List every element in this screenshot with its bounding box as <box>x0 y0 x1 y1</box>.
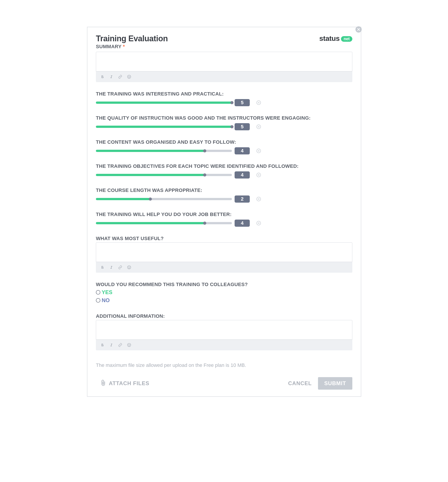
emoji-button[interactable] <box>127 265 132 270</box>
rating-label: THE CONTENT WAS ORGANISED AND EASY TO FO… <box>96 139 352 145</box>
rating-value-badge: 4 <box>235 220 250 227</box>
svg-point-0 <box>127 75 131 79</box>
recommend-radio-group: YES NO <box>96 288 352 304</box>
rating-row: 4 <box>96 220 352 227</box>
bold-button[interactable] <box>100 74 105 79</box>
rating-block: THE TRAINING WAS INTERESTING AND PRACTIC… <box>96 91 352 106</box>
rating-block: THE CONTENT WAS ORGANISED AND EASY TO FO… <box>96 139 352 154</box>
rating-slider[interactable] <box>96 198 232 200</box>
recommend-no[interactable]: NO <box>96 296 352 304</box>
rating-row: 2 <box>96 195 352 203</box>
slider-handle[interactable] <box>230 101 234 104</box>
svg-point-7 <box>128 345 129 345</box>
page-title: Training Evaluation <box>96 34 168 43</box>
footer-actions: CANCEL SUBMIT <box>288 377 352 390</box>
italic-button[interactable] <box>109 265 114 270</box>
summary-label: SUMMARY * <box>96 44 168 49</box>
rating-value-badge: 5 <box>235 99 250 106</box>
link-button[interactable] <box>118 74 123 79</box>
attach-files-button[interactable]: ATTACH FILES <box>100 379 149 387</box>
rating-slider[interactable] <box>96 150 232 152</box>
summary-editor <box>96 52 352 82</box>
rating-block: THE TRAINING OBJECTIVES FOR EACH TOPIC W… <box>96 163 352 178</box>
rating-label: THE TRAINING OBJECTIVES FOR EACH TOPIC W… <box>96 163 352 169</box>
rating-slider[interactable] <box>96 126 232 128</box>
rating-clear-button[interactable] <box>256 197 261 201</box>
header: Training Evaluation SUMMARY * status net <box>96 34 352 52</box>
cancel-button[interactable]: CANCEL <box>288 380 312 386</box>
useful-editor <box>96 242 352 273</box>
rating-value-badge: 4 <box>235 171 250 178</box>
required-indicator: * <box>123 44 125 49</box>
rating-value-badge: 4 <box>235 147 250 154</box>
rating-slider[interactable] <box>96 102 232 104</box>
rating-clear-button[interactable] <box>256 149 261 153</box>
recommend-yes-label: YES <box>102 288 112 296</box>
recommend-no-label: NO <box>102 296 110 304</box>
rating-block: THE COURSE LENGTH WAS APPROPRIATE:2 <box>96 187 352 203</box>
rating-slider[interactable] <box>96 222 232 224</box>
additional-toolbar <box>96 340 352 350</box>
file-size-note: The maximum file size allowed per upload… <box>96 362 352 368</box>
link-button[interactable] <box>118 343 123 347</box>
attach-files-label: ATTACH FILES <box>109 380 149 386</box>
svg-point-1 <box>128 76 129 77</box>
rating-label: THE COURSE LENGTH WAS APPROPRIATE: <box>96 187 352 193</box>
rating-row: 4 <box>96 147 352 154</box>
close-button[interactable] <box>355 26 362 32</box>
rating-value-badge: 2 <box>235 195 250 203</box>
rating-clear-button[interactable] <box>256 221 261 225</box>
summary-toolbar <box>96 72 352 82</box>
logo: status net <box>319 34 352 43</box>
link-button[interactable] <box>118 265 123 270</box>
rating-row: 5 <box>96 99 352 106</box>
training-evaluation-form: Training Evaluation SUMMARY * status net… <box>87 27 361 397</box>
rating-value-badge: 5 <box>235 123 250 130</box>
useful-label: WHAT WAS MOST USEFUL? <box>96 236 352 241</box>
rating-label: THE TRAINING WILL HELP YOU DO YOUR JOB B… <box>96 212 352 217</box>
svg-point-5 <box>130 267 130 267</box>
bold-button[interactable] <box>100 343 105 347</box>
rating-row: 5 <box>96 123 352 130</box>
summary-label-text: SUMMARY <box>96 44 122 49</box>
rating-row: 4 <box>96 171 352 178</box>
rating-label: THE TRAINING WAS INTERESTING AND PRACTIC… <box>96 91 352 97</box>
rating-clear-button[interactable] <box>256 125 261 129</box>
slider-handle[interactable] <box>230 125 234 128</box>
slider-handle[interactable] <box>203 173 206 177</box>
summary-input[interactable] <box>96 52 352 72</box>
emoji-button[interactable] <box>127 343 132 347</box>
logo-text: status <box>319 34 340 43</box>
rating-clear-button[interactable] <box>256 173 261 177</box>
additional-editor <box>96 320 352 350</box>
svg-point-3 <box>127 266 131 269</box>
slider-handle[interactable] <box>149 198 152 201</box>
additional-label: ADDITIONAL INFORMATION: <box>96 313 352 319</box>
rating-block: THE QUALITY OF INSTRUCTION WAS GOOD AND … <box>96 115 352 130</box>
emoji-button[interactable] <box>127 74 132 79</box>
rating-slider[interactable] <box>96 174 232 176</box>
useful-input[interactable] <box>96 242 352 262</box>
svg-point-8 <box>130 345 130 345</box>
rating-clear-button[interactable] <box>256 100 261 105</box>
svg-point-4 <box>128 267 129 267</box>
rating-block: THE TRAINING WILL HELP YOU DO YOUR JOB B… <box>96 212 352 227</box>
recommend-yes[interactable]: YES <box>96 288 352 296</box>
svg-point-6 <box>127 343 131 347</box>
bold-button[interactable] <box>100 265 105 270</box>
submit-button[interactable]: SUBMIT <box>318 377 352 390</box>
italic-button[interactable] <box>109 343 114 347</box>
svg-point-2 <box>130 76 130 77</box>
radio-icon <box>96 298 100 303</box>
footer: ATTACH FILES CANCEL SUBMIT <box>96 377 352 390</box>
radio-icon <box>96 290 100 295</box>
slider-handle[interactable] <box>203 222 206 225</box>
paperclip-icon <box>100 379 106 387</box>
rating-label: THE QUALITY OF INSTRUCTION WAS GOOD AND … <box>96 115 352 121</box>
slider-handle[interactable] <box>203 149 206 153</box>
recommend-label: WOULD YOU RECOMMEND THIS TRAINING TO COL… <box>96 282 352 287</box>
useful-toolbar <box>96 262 352 273</box>
italic-button[interactable] <box>109 74 114 79</box>
additional-input[interactable] <box>96 320 352 340</box>
logo-badge: net <box>341 36 352 42</box>
